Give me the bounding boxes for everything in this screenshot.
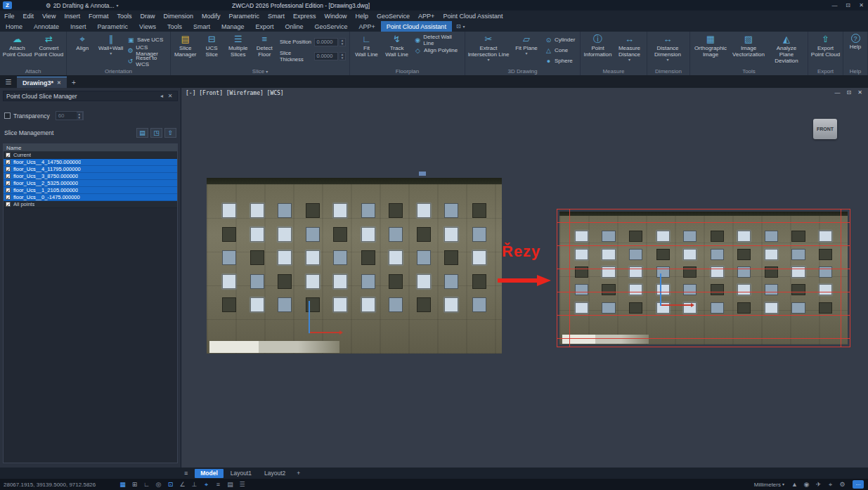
slice-list-item[interactable]: floor_Ucs__3_8750.000000 [4, 173, 177, 180]
slice-checkbox[interactable] [6, 153, 11, 157]
save-ucs-button[interactable]: ▣ Save UCS [125, 35, 169, 44]
status-toggle-icon[interactable]: ⊥ [189, 480, 200, 489]
attach-point-cloud-button[interactable]: ☁ Attach Point Cloud [1, 32, 33, 67]
align-polyline-button[interactable]: ◇ Align Polyline [412, 46, 463, 55]
slice-checkbox[interactable] [6, 195, 11, 200]
slice-checkbox[interactable] [6, 202, 11, 207]
ucs-manager-button[interactable]: ⚙ UCS Manager [125, 46, 169, 55]
name-column-header[interactable]: Name [4, 144, 177, 152]
status-toggle-icon[interactable]: ⌖ [201, 480, 212, 489]
multiple-slices-button[interactable]: ☰ Multiple Slices [225, 32, 252, 67]
workspace-selector[interactable]: ⚙ 2D Drafting & Annota... ▾ [46, 2, 119, 9]
fit-plane-button[interactable]: ▱ Fit Plane ▾ [510, 32, 543, 67]
menu-item[interactable]: Modify [197, 11, 225, 21]
status-toggle-icon[interactable]: ∠ [177, 480, 188, 489]
drawing-viewport[interactable]: [-] [Front] [Wireframe] [WCS] — ⊡ ✕ FRON… [181, 88, 868, 468]
reset-to-wcs-button[interactable]: ↺ Reset to WCS [125, 56, 169, 65]
menu-item[interactable]: Point Cloud Assistant [439, 11, 507, 21]
slice-manager-button[interactable]: ▤ Slice Manager [172, 32, 199, 67]
ribbon-tab[interactable]: Point Cloud Assistant [381, 21, 452, 32]
layout-list-icon[interactable]: ≡ [184, 470, 188, 477]
slice-checkbox[interactable] [6, 181, 11, 186]
menu-item[interactable]: Smart [264, 11, 289, 21]
status-toggle-icon[interactable]: ⊡ [165, 480, 176, 489]
ribbon-tab[interactable]: Manage [216, 21, 250, 32]
layout-tab[interactable]: Layout1 [225, 469, 257, 478]
ribbon-tab[interactable]: Online [280, 21, 309, 32]
status-toggle-icon[interactable]: ≡ [213, 480, 224, 489]
slice-list-item[interactable]: All points [4, 201, 177, 208]
menu-item[interactable]: Parametric [225, 11, 264, 21]
status-icon[interactable]: ⌖ [825, 480, 836, 489]
ribbon-tab-extra[interactable]: ⊡ ▾ [456, 23, 465, 30]
status-toggle-icon[interactable]: ⊞ [129, 480, 140, 489]
viewport-controls-label[interactable]: [-] [Front] [Wireframe] [WCS] [186, 90, 284, 96]
menu-item[interactable]: Help [351, 11, 373, 21]
status-icon[interactable]: ◉ [801, 480, 812, 489]
slice-position-spinner[interactable] [339, 38, 346, 46]
document-tab[interactable]: Drawing3* ✕ [17, 77, 67, 88]
export-slices-button[interactable]: ⇧ [164, 128, 176, 138]
doc-minimize-button[interactable]: — [835, 89, 841, 96]
slice-thickness-input[interactable]: 0.0000 [314, 52, 338, 60]
help-button[interactable]: ? Help [845, 32, 866, 67]
ribbon-tab[interactable]: Annotate [28, 21, 65, 32]
detect-wall-line-button[interactable]: ◉ Detect Wall Line [412, 35, 463, 44]
extract-intersection-line-button[interactable]: ✂ Extract Intersection Line ▾ [467, 32, 510, 67]
image-vectorization-button[interactable]: ▨ Image Vectorization [730, 32, 767, 67]
panel-pin-icon[interactable]: ◂ [157, 93, 166, 99]
ribbon-tab[interactable]: Tools [162, 21, 188, 32]
slice-checkbox[interactable] [6, 174, 11, 179]
maximize-button[interactable]: ⊡ [841, 2, 855, 8]
transparency-input[interactable]: 60 [56, 111, 84, 120]
menu-item[interactable]: Edit [19, 11, 39, 21]
import-slices-button[interactable]: ◳ [150, 128, 162, 138]
wall-wall-button[interactable]: ∥ Wall+Wall ▾ [96, 32, 124, 67]
panel-label-slice[interactable]: Slice▾ [171, 67, 349, 75]
transparency-checkbox[interactable] [4, 112, 11, 119]
export-point-cloud-button[interactable]: ⇧ Export Point Cloud [810, 32, 841, 67]
fit-wall-line-button[interactable]: ∟ Fit Wall Line [351, 32, 382, 67]
slice-list-item[interactable]: floor_Ucs__4_14750.000000 [4, 159, 177, 166]
layout-tab[interactable]: Layout2 [259, 469, 291, 478]
ribbon-tab[interactable]: Insert [65, 21, 92, 32]
menu-item[interactable]: Window [320, 11, 351, 21]
slice-list-item[interactable]: floor_Ucs__4_11795.000000 [4, 166, 177, 173]
menu-item[interactable]: File [0, 11, 19, 21]
status-toggle-icon[interactable]: ☰ [237, 480, 247, 489]
slice-list-item[interactable]: Current [4, 152, 177, 159]
status-icon[interactable]: ✈ [813, 480, 824, 489]
sphere-button[interactable]: ● Sphere [543, 56, 577, 65]
cylinder-button[interactable]: ⊙ Cylinder [543, 35, 577, 44]
slice-list-item[interactable]: floor_Ucs__1_2105.000000 [4, 187, 177, 194]
doc-close-button[interactable]: ✕ [857, 89, 862, 96]
ribbon-tab[interactable]: Smart [188, 21, 216, 32]
slice-list-item[interactable]: floor_Ucs__2_5325.000000 [4, 180, 177, 187]
ribbon-tab[interactable]: Views [134, 21, 162, 32]
status-icon[interactable]: ▲ [789, 480, 800, 489]
units-selector[interactable]: Millimeters ▾ [754, 482, 784, 488]
slice-checkbox[interactable] [6, 160, 11, 165]
ribbon-tab[interactable]: Export [250, 21, 280, 32]
panel-close-icon[interactable]: ✕ [166, 93, 174, 99]
track-wall-line-button[interactable]: ↯ Track Wall Line [382, 32, 412, 67]
ucs-slice-button[interactable]: ⊟ UCS Slice [199, 32, 226, 67]
align-button[interactable]: ⌖ Align [68, 32, 96, 67]
ribbon-tab[interactable]: Parametric [92, 21, 134, 32]
menu-item[interactable]: View [38, 11, 60, 21]
menu-item[interactable]: GeoService [373, 11, 414, 21]
transparency-spinner[interactable] [77, 112, 83, 120]
status-toggle-icon[interactable]: ▤ [225, 480, 235, 489]
chat-assistant-icon[interactable]: ··· [853, 480, 864, 489]
hamburger-menu-icon[interactable]: ☰ [0, 75, 17, 88]
distance-dimension-button[interactable]: ↔ Distance Dimension ▾ [649, 32, 687, 67]
orthographic-image-button[interactable]: ▦ Orthographic Image [692, 32, 730, 67]
menu-item[interactable]: Tools [112, 11, 136, 21]
cone-button[interactable]: △ Cone [543, 46, 577, 55]
menu-item[interactable]: Draw [136, 11, 159, 21]
ribbon-tab[interactable]: APP+ [354, 21, 381, 32]
menu-item[interactable]: APP+ [414, 11, 439, 21]
slice-list-item[interactable]: floor_Ucs__0_-1475.000000 [4, 194, 177, 201]
menu-item[interactable]: Insert [60, 11, 84, 21]
point-information-button[interactable]: ⓘ Point Information [582, 32, 614, 67]
